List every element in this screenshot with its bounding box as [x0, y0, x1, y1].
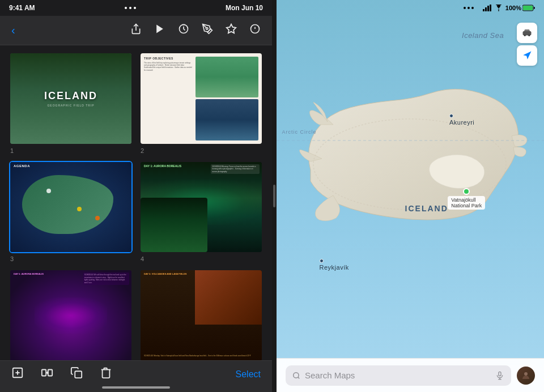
- location-button[interactable]: [517, 45, 537, 66]
- maps-dot-3: [471, 7, 474, 9]
- duplicate-button[interactable]: [70, 367, 83, 382]
- svg-rect-19: [483, 9, 484, 11]
- divider-handle: [273, 185, 275, 207]
- vatnajokull-pin-dot: [463, 188, 470, 195]
- maps-status-icons: 100%: [483, 5, 535, 11]
- svg-rect-12: [42, 370, 46, 376]
- reykjavik-label: Reykjavík: [320, 264, 349, 271]
- back-button[interactable]: ‹: [11, 24, 15, 37]
- akureyri-dot: [449, 114, 453, 118]
- slide-item-1[interactable]: ICELAND GEOGRAPHIC FIELD TRIP 1: [9, 52, 133, 154]
- slide-item-2[interactable]: TRIP OBJECTIVES The aims of this field t…: [139, 52, 263, 154]
- slide-4-title: DAY 1: AURORA BOREALIS: [144, 164, 181, 168]
- slide-thumb-6[interactable]: DAY 3: VOLCANOES AND LAVA FIELDS SCHEDUL…: [139, 269, 263, 360]
- svg-rect-26: [523, 31, 532, 36]
- slide-5-title: DAY 5: AURORA BOREALIS: [14, 272, 44, 275]
- status-date: Mon Jun 10: [226, 4, 263, 12]
- svg-marker-1: [156, 25, 163, 33]
- maps-dot-1: [464, 7, 466, 9]
- svg-point-23: [498, 10, 499, 11]
- slide-thumb-2[interactable]: TRIP OBJECTIVES The aims of this field t…: [139, 52, 263, 145]
- select-button[interactable]: Select: [236, 369, 261, 380]
- timer-icon[interactable]: [178, 23, 189, 37]
- vatnajokull-pin[interactable]: VatnajökullNational Park: [448, 188, 485, 210]
- svg-rect-20: [485, 7, 487, 11]
- slide-number-3: 3: [9, 255, 133, 262]
- slide-3-title: AGENDA: [14, 164, 30, 168]
- slide-6-text: SCHEDULE Monday: Visit to Vatnajokull la…: [144, 355, 251, 357]
- slides-container: ICELAND GEOGRAPHIC FIELD TRIP 1 TRIP OBJ…: [0, 45, 272, 360]
- add-slide-button[interactable]: [11, 367, 24, 382]
- car-icon: [522, 28, 532, 38]
- play-icon[interactable]: [154, 23, 165, 37]
- slide-2-img-bottom: [196, 99, 258, 140]
- slide-number-4: 4: [139, 255, 263, 262]
- svg-point-30: [294, 372, 299, 377]
- svg-rect-32: [499, 372, 501, 376]
- status-center-dots: [125, 7, 136, 9]
- svg-rect-21: [487, 6, 489, 11]
- slide-item-4[interactable]: DAY 1: AURORA BOREALIS SCHEDULE Morning:…: [139, 161, 263, 263]
- svg-rect-25: [523, 6, 533, 10]
- maps-panel: Iceland Sea Arctic Circle ICELAND Reykja…: [277, 0, 544, 392]
- reykjavik-marker: Reykjavík: [320, 259, 349, 271]
- slide-item-5[interactable]: DAY 5: AURORA BOREALIS SCHEDULE We will …: [9, 269, 133, 360]
- location-arrow-icon: [522, 50, 532, 61]
- keynote-panel: 9:41 AM Mon Jun 10 ‹: [0, 0, 272, 392]
- maps-status-bar: 100%: [277, 0, 544, 16]
- share-icon[interactable]: [130, 23, 142, 37]
- svg-marker-29: [523, 52, 531, 59]
- slide-item-3[interactable]: AGENDA 3: [9, 161, 133, 263]
- toolbar-icons: [130, 23, 261, 37]
- transition-button[interactable]: [41, 367, 53, 382]
- toolbar-left: ‹: [11, 24, 15, 37]
- slide-6-title: DAY 3: VOLCANOES AND LAVA FIELDS: [144, 272, 186, 275]
- shapes-icon[interactable]: [226, 23, 237, 37]
- svg-point-28: [528, 35, 530, 36]
- svg-marker-5: [227, 24, 236, 33]
- user-avatar[interactable]: [517, 367, 535, 385]
- maps-status-dots: [464, 7, 474, 9]
- status-dot-2: [129, 7, 131, 9]
- keynote-bottom-toolbar: Select: [0, 360, 272, 392]
- slide-4-schedule: SCHEDULE Morning: Focus on how the auror…: [211, 164, 260, 174]
- mic-icon[interactable]: [495, 371, 504, 380]
- pen-icon[interactable]: [202, 23, 213, 37]
- avatar-icon: [521, 370, 531, 381]
- slide-number-1: 1: [9, 147, 133, 154]
- status-dot-1: [125, 7, 127, 9]
- slide-2-text: The aims of this field trip exploring pi…: [144, 62, 193, 71]
- maps-svg: [277, 0, 544, 392]
- slide-2-img-top: [196, 57, 258, 97]
- svg-rect-22: [490, 5, 491, 11]
- status-time: 9:41 AM: [9, 4, 35, 12]
- driving-mode-button[interactable]: [517, 23, 537, 43]
- svg-point-3: [206, 28, 208, 29]
- more-icon[interactable]: [249, 23, 261, 37]
- signal-icon: [483, 5, 492, 11]
- search-input-container[interactable]: Search Maps: [286, 365, 511, 386]
- svg-rect-15: [75, 371, 82, 378]
- wifi-icon: [494, 5, 503, 11]
- delete-button[interactable]: [100, 367, 112, 382]
- bottom-icons: [11, 367, 112, 382]
- maps-controls: [517, 23, 537, 66]
- search-placeholder: Search Maps: [305, 370, 491, 380]
- slide-2-title: TRIP OBJECTIVES: [144, 57, 193, 60]
- akureyri-label: Akureyri: [449, 119, 474, 126]
- keynote-status-bar: 9:41 AM Mon Jun 10: [0, 0, 272, 16]
- search-icon: [292, 372, 300, 380]
- svg-line-31: [298, 377, 300, 378]
- akureyri-marker: Akureyri: [449, 114, 474, 126]
- slide-thumb-4[interactable]: DAY 1: AURORA BOREALIS SCHEDULE Morning:…: [139, 161, 263, 254]
- split-divider[interactable]: [272, 0, 277, 392]
- slide-thumb-3[interactable]: AGENDA: [9, 161, 133, 254]
- maps-search-bar: Search Maps: [277, 358, 544, 392]
- slide-item-6[interactable]: DAY 3: VOLCANOES AND LAVA FIELDS SCHEDUL…: [139, 269, 263, 360]
- maps-dot-2: [468, 7, 470, 9]
- slide-thumb-1[interactable]: ICELAND GEOGRAPHIC FIELD TRIP: [9, 52, 133, 145]
- battery-icon: [522, 5, 535, 11]
- slide-thumb-5[interactable]: DAY 5: AURORA BOREALIS SCHEDULE We will …: [9, 269, 133, 360]
- home-indicator: [102, 386, 170, 389]
- battery-indicator: 100%: [505, 5, 535, 11]
